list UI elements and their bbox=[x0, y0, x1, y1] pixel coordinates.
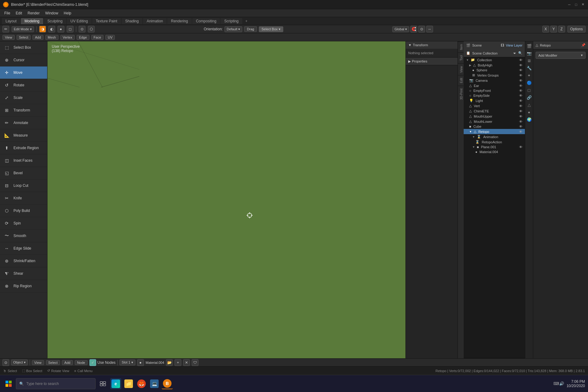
props-object-btn[interactable]: ◻ bbox=[526, 87, 533, 93]
taskbar-blender-icon[interactable]: B bbox=[162, 378, 173, 389]
outliner-item-emptyside[interactable]: ○ EmptySide 👁 bbox=[464, 93, 525, 98]
tab-uv-editing[interactable]: UV Editing bbox=[67, 18, 92, 24]
face-menu-btn[interactable]: Face bbox=[91, 35, 104, 40]
taskbar-firefox-icon[interactable]: 🦊 bbox=[136, 378, 147, 389]
outliner-item-retopoaction[interactable]: ⌛ RetopoAction bbox=[464, 139, 525, 145]
tool-shrink-fatten[interactable]: ⊛ Shrink/Fatten bbox=[0, 255, 47, 267]
outliner-item-vertex-groups[interactable]: ⊞ Vertex Groups 👁 bbox=[464, 73, 525, 78]
props-output-btn[interactable]: 🖥 bbox=[526, 57, 533, 64]
tool-transform[interactable]: ⊞ Transform bbox=[0, 104, 47, 117]
props-world-btn[interactable]: 🌍 bbox=[526, 116, 533, 123]
tool-knife[interactable]: ✂ Knife bbox=[0, 192, 47, 205]
outliner-item-material004[interactable]: ● Material.004 bbox=[464, 149, 525, 154]
props-modifier-btn[interactable]: 🔧 bbox=[526, 65, 533, 71]
material-fake-user-btn[interactable]: 🛡 bbox=[192, 359, 198, 366]
tab-sculpting[interactable]: Sculpting bbox=[44, 18, 66, 24]
outliner-filter-icon[interactable]: ⏷ bbox=[513, 51, 516, 55]
tab-layout[interactable]: Layout bbox=[2, 18, 20, 24]
maximize-button[interactable]: □ bbox=[574, 2, 578, 7]
outliner-item-cube[interactable]: ■ Cube 👁 bbox=[464, 124, 525, 129]
proportional-btn[interactable]: ⊙ bbox=[418, 26, 425, 32]
bottom-node-btn[interactable]: Node bbox=[75, 360, 88, 365]
viewport-shading-wire[interactable]: ◻ bbox=[67, 26, 74, 32]
edge-menu-btn[interactable]: Edge bbox=[77, 35, 89, 40]
side-tab-view[interactable]: View bbox=[458, 63, 464, 75]
bottom-add-btn[interactable]: Add bbox=[62, 360, 73, 365]
outliner-item-retopo[interactable]: ▼ △ Retopo 👁 bbox=[464, 129, 525, 134]
tool-inset-faces[interactable]: ◫ Inset Faces bbox=[0, 154, 47, 167]
outliner-search-icon[interactable]: 🔍 bbox=[518, 51, 522, 55]
taskbar-search-box[interactable]: 🔍 Type here to search bbox=[16, 378, 96, 389]
y-axis-btn[interactable]: Y bbox=[550, 26, 557, 32]
tab-modeling[interactable]: Modeling bbox=[21, 18, 43, 24]
tab-texture-paint[interactable]: Texture Paint bbox=[92, 18, 121, 24]
side-tab-edit[interactable]: Edit bbox=[458, 75, 464, 85]
viewport[interactable]: User Perspective (138) Retopo X bbox=[47, 41, 464, 358]
material-new-btn[interactable]: + bbox=[175, 359, 181, 366]
tool-rotate[interactable]: ↺ Rotate bbox=[0, 79, 47, 92]
tab-rendering[interactable]: Rendering bbox=[167, 18, 191, 24]
outliner-item-light[interactable]: 💡 Light 👁 bbox=[464, 98, 525, 103]
bottom-editor-icon[interactable]: ⊙ bbox=[2, 359, 9, 366]
close-button[interactable]: ✕ bbox=[581, 2, 585, 7]
outliner-item-emptyfront[interactable]: ○ EmptyFront 👁 bbox=[464, 88, 525, 93]
tool-shear[interactable]: ⧨ Shear bbox=[0, 267, 47, 280]
tool-extrude-region[interactable]: ⬆ Extrude Region bbox=[0, 142, 47, 154]
drag-btn[interactable]: Drag bbox=[244, 26, 257, 32]
props-scene-btn[interactable]: 🎬 bbox=[526, 43, 533, 49]
add-modifier-btn[interactable]: Add Modifier ▾ bbox=[536, 52, 586, 59]
material-browse-btn[interactable]: 📂 bbox=[166, 359, 173, 366]
props-material-btn[interactable]: ● bbox=[526, 109, 533, 115]
bottom-object-mode[interactable]: Object ▾ bbox=[11, 360, 28, 365]
uv-menu-btn[interactable]: UV bbox=[105, 35, 115, 40]
minimize-button[interactable]: ─ bbox=[567, 2, 571, 7]
outliner-item-plane001[interactable]: ▼ ■ Plane.001 👁 bbox=[464, 145, 525, 149]
options-btn[interactable]: Options bbox=[567, 26, 586, 32]
viewport-shading-material[interactable]: ◐ bbox=[48, 26, 55, 32]
tool-bevel[interactable]: ◱ Bevel bbox=[0, 167, 47, 179]
xray-btn[interactable]: ⬡ bbox=[88, 26, 95, 32]
z-axis-btn[interactable]: Z bbox=[558, 26, 565, 32]
outliner-item-mouthupper[interactable]: △ MouthUpper 👁 bbox=[464, 114, 525, 119]
tool-smooth[interactable]: 〜 Smooth bbox=[0, 230, 47, 242]
taskbar-another-icon[interactable]: 💻 bbox=[149, 378, 160, 389]
material-sphere-icon[interactable]: ● bbox=[137, 359, 144, 366]
snap-btn[interactable]: 🧲 bbox=[410, 26, 417, 32]
global-select[interactable]: Global ▾ bbox=[392, 26, 409, 32]
tool-annotate[interactable]: ✏ Annotate bbox=[0, 117, 47, 129]
menu-help[interactable]: Help bbox=[61, 10, 74, 16]
tool-cursor[interactable]: ⊕ Cursor bbox=[0, 54, 47, 66]
taskbar-edge-icon[interactable]: e bbox=[110, 378, 121, 389]
props-pin-icon[interactable]: 📌 bbox=[581, 43, 586, 47]
side-tab-tool[interactable]: Tool bbox=[458, 52, 464, 63]
menu-window[interactable]: Window bbox=[43, 10, 61, 16]
x-axis-btn[interactable]: X bbox=[542, 26, 549, 32]
outliner-item-mouthlower[interactable]: △ MouthLower 👁 bbox=[464, 119, 525, 124]
properties-header-btn[interactable]: ▶ Properties bbox=[406, 58, 458, 65]
viewport-shading-rendered[interactable]: ● bbox=[58, 26, 64, 32]
tool-spin[interactable]: ⟳ Spin bbox=[0, 217, 47, 230]
mesh-menu-btn[interactable]: Mesh bbox=[45, 35, 58, 40]
tool-measure[interactable]: 📐 Measure bbox=[0, 129, 47, 142]
menu-edit[interactable]: Edit bbox=[13, 10, 24, 16]
tab-animation[interactable]: Animation bbox=[143, 18, 167, 24]
task-view-btn[interactable] bbox=[97, 378, 108, 389]
props-particle-btn[interactable]: ✦ bbox=[526, 72, 533, 79]
start-button[interactable] bbox=[3, 378, 14, 389]
view-menu-btn[interactable]: View bbox=[2, 35, 15, 40]
editor-type-btn[interactable]: ✏ bbox=[2, 26, 9, 32]
overlay-btn[interactable]: ⊙ bbox=[79, 26, 85, 32]
props-constraint-btn[interactable]: 🔗 bbox=[526, 94, 533, 101]
vertex-menu-btn[interactable]: Vertex bbox=[60, 35, 75, 40]
select-box-btn[interactable]: Select Box ▾ bbox=[259, 26, 283, 32]
outliner-item-vert[interactable]: △ Vert 👁 bbox=[464, 103, 525, 108]
tool-loop-cut[interactable]: ⊟ Loop Cut bbox=[0, 179, 47, 192]
props-data-btn[interactable]: △ bbox=[526, 101, 533, 108]
side-tab-item[interactable]: Item bbox=[458, 41, 464, 52]
menu-render[interactable]: Render bbox=[25, 10, 42, 16]
use-nodes-checkbox[interactable]: ✓ bbox=[89, 359, 96, 366]
tab-compositing[interactable]: Compositing bbox=[192, 18, 220, 24]
tool-poly-build[interactable]: ⬡ Poly Build bbox=[0, 205, 47, 217]
outliner-item-camera[interactable]: 📷 Camera 👁 bbox=[464, 78, 525, 83]
outliner-item-ear[interactable]: △ Ear 👁 bbox=[464, 83, 525, 88]
